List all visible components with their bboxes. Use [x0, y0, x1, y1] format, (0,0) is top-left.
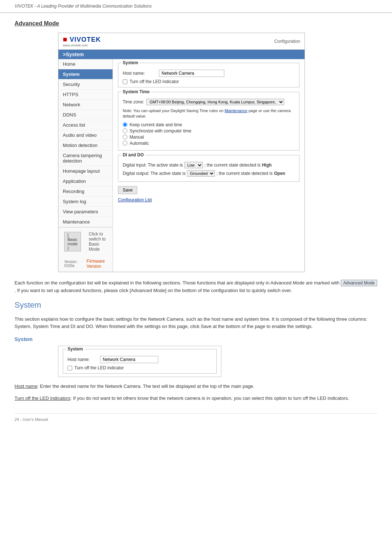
sidebar-item-https[interactable]: HTTPS [58, 90, 113, 100]
page-header: VIVOTEK - A Leading Provider of Multimed… [0, 0, 392, 13]
config-main: System Host name: Turn off the LED indic… [113, 59, 305, 272]
sidebar-item-recording[interactable]: Recording [58, 186, 113, 197]
sidebar-item-application[interactable]: Application [58, 176, 113, 186]
config-list-link[interactable]: Configuration List [118, 197, 152, 202]
sidebar-item-view-parameters[interactable]: View parameters [58, 207, 113, 217]
body-paragraph: Each function on the configuration list … [15, 279, 377, 295]
timezone-select[interactable]: GMT+08:00 Beijing, Chongqing, Hong Kong,… [146, 99, 284, 105]
small-host-name-label: Host name: [68, 357, 100, 362]
sidebar-item-homepage-layout[interactable]: Homepage layout [58, 166, 113, 176]
radio-automatic-label: Automatic [130, 141, 149, 146]
led-desc-container: Turn off the LED indicators: If you do n… [15, 395, 377, 402]
system-section-heading: System [15, 300, 377, 310]
version-label: Version: 0100a [61, 258, 82, 269]
sidebar-footer: [ Basic mode ] Click to switch to Basic … [58, 227, 113, 272]
led-checkbox-label: Turn off the LED indicator [130, 79, 179, 84]
page-footer: 24 - User's Manual [15, 413, 377, 422]
sidebar-item-security[interactable]: Security [58, 79, 113, 90]
maintenance-link[interactable]: Maintenance [225, 108, 248, 113]
led-desc-text: : If you do not want to let others know … [70, 395, 349, 401]
system-sub-heading: System [15, 336, 377, 342]
body-text-2: . If you want to set up advanced functio… [15, 288, 292, 293]
sidebar-item-ddns[interactable]: DDNS [58, 110, 113, 120]
basic-mode-button[interactable]: [ Basic mode ] [64, 232, 81, 251]
radio-sync-computer: Synchronize with computer time [123, 128, 295, 134]
di-do-section-box: DI and DO Digital input: The active stat… [118, 155, 299, 182]
sidebar-item-system-log[interactable]: System log [58, 197, 113, 207]
sidebar-item-audio-video[interactable]: Audio and video [58, 130, 113, 140]
do-detected-value: Open [274, 171, 285, 176]
system-title-bar: >System [58, 50, 305, 59]
di-select[interactable]: Low High [184, 162, 203, 168]
click-to-switch-label: Click to switch to Basic Mode [86, 230, 110, 253]
small-led-label: Turn off the LED indicator [74, 365, 124, 370]
host-name-row: Host name: [123, 70, 295, 77]
radio-manual-input[interactable] [123, 135, 127, 139]
small-section-box: System Host name: Turn off the LED indic… [63, 349, 217, 374]
radio-sync-computer-label: Synchronize with computer time [130, 128, 191, 134]
small-config-box: System Host name: Turn off the LED indic… [58, 346, 221, 377]
sidebar-item-camera-tampering[interactable]: Camera tampering detection [58, 151, 113, 166]
firmware-version-label: Firmware Version [84, 257, 110, 270]
body-text-1: Each function on the configuration list … [15, 280, 339, 286]
switch-row: [ Basic mode ] Click to switch to Basic … [58, 227, 113, 256]
do-label: Digital output: The active state is [123, 171, 185, 176]
sidebar-item-network[interactable]: Network [58, 100, 113, 110]
led-checkbox[interactable] [123, 79, 127, 84]
host-name-desc-text: : Enter the desired name for the Network… [37, 383, 254, 389]
led-checkbox-row: Turn off the LED indicator [123, 79, 295, 84]
config-body: Home System Security HTTPS Network DDNS … [58, 59, 305, 272]
system-time-section-box: System Time Time zone: GMT+08:00 Beijing… [118, 92, 299, 151]
radio-sync-computer-input[interactable] [123, 128, 127, 133]
logo-text: VIVOTEK [70, 36, 101, 43]
radio-manual: Manual [123, 135, 295, 140]
main-content: Advanced Mode ■ VIVOTEK www.vivotek.com … [0, 13, 392, 436]
system-section-title: System [121, 60, 140, 65]
logo-sub: www.vivotek.com [63, 44, 101, 47]
do-detected-label: ; the current state detected is [216, 171, 273, 176]
small-host-name-row: Host name: [68, 356, 212, 363]
host-name-desc-container: Host name: Enter the desired name for th… [15, 383, 377, 390]
radio-keep-current: Keep current date and time [123, 122, 295, 127]
small-section-title: System [66, 346, 85, 352]
sidebar-item-motion-detection[interactable]: Motion detection [58, 140, 113, 151]
di-detected-value: High [262, 163, 272, 168]
config-panel-header: ■ VIVOTEK www.vivotek.com Configuration [58, 33, 305, 50]
advanced-mode-badge: Advanced Mode [341, 280, 377, 286]
radio-keep-current-input[interactable] [123, 122, 127, 127]
config-label: Configuration [274, 39, 300, 44]
vivotek-logo: ■ VIVOTEK www.vivotek.com [63, 35, 101, 47]
small-led-checkbox[interactable] [68, 366, 72, 370]
timezone-row: Time zone: GMT+08:00 Beijing, Chongqing,… [123, 99, 295, 105]
di-do-title: DI and DO [121, 152, 145, 157]
small-led-row: Turn off the LED indicator [68, 365, 212, 370]
system-desc-text: This section explains how to configure t… [15, 316, 367, 329]
vivotek-icon: ■ [63, 35, 68, 43]
note-text: Note: You can upload your Daylight Savin… [123, 108, 295, 119]
host-name-label: Host name: [123, 71, 159, 76]
radio-group: Keep current date and time Synchronize w… [123, 122, 295, 146]
sidebar-item-maintenance[interactable]: Maintenance [58, 217, 113, 227]
save-button[interactable]: Save [118, 186, 137, 194]
sidebar-item-system[interactable]: System [58, 69, 113, 79]
header-title: VIVOTEK - A Leading Provider of Multimed… [15, 4, 152, 9]
sidebar-item-access-list[interactable]: Access list [58, 120, 113, 130]
advanced-mode-heading: Advanced Mode [15, 20, 377, 27]
sidebar-item-home[interactable]: Home [58, 59, 113, 69]
host-name-input[interactable] [159, 70, 224, 77]
version-row: Version: 0100a Firmware Version [58, 256, 113, 272]
sidebar: Home System Security HTTPS Network DDNS … [58, 59, 113, 272]
do-select[interactable]: Grounded Open [187, 170, 215, 177]
led-desc-label: Turn off the LED indicators [15, 395, 70, 401]
small-host-name-input[interactable] [100, 356, 158, 363]
timezone-label: Time zone: [123, 99, 144, 104]
digital-input-row: Digital input: The active state is Low H… [123, 162, 295, 168]
digital-output-row: Digital output: The active state is Grou… [123, 170, 295, 177]
di-label: Digital input: The active state is [123, 163, 183, 168]
host-name-desc-label: Host name [15, 383, 37, 389]
system-description: This section explains how to configure t… [15, 316, 377, 331]
di-detected-label: ; the current state detected is [204, 163, 261, 168]
radio-keep-current-label: Keep current date and time [130, 122, 182, 127]
radio-automatic-input[interactable] [123, 141, 127, 145]
radio-manual-label: Manual [130, 135, 144, 140]
